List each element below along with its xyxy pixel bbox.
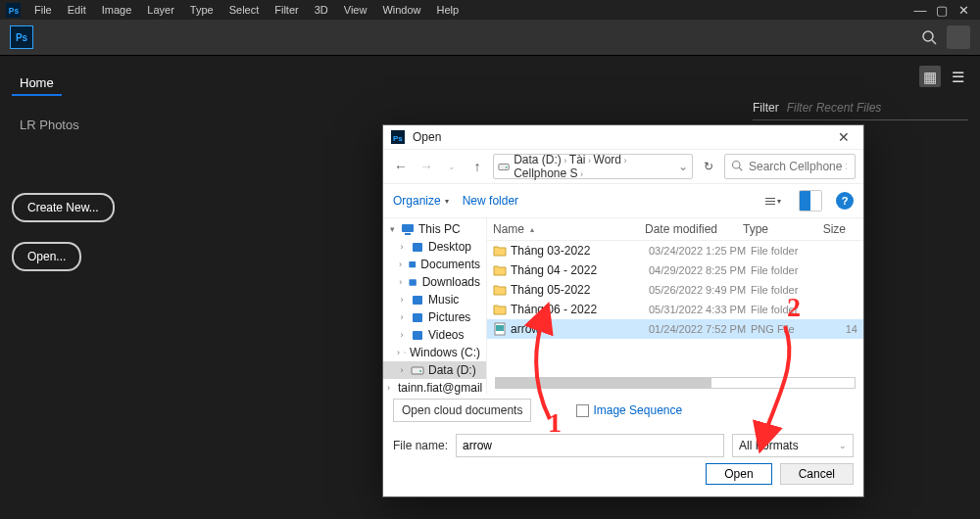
file-row[interactable]: Tháng 06 - 202205/31/2022 4:33 PMFile fo…	[487, 300, 863, 319]
chevron-right-icon: ›	[586, 156, 594, 165]
window-close-icon[interactable]: ✕	[953, 3, 974, 18]
file-type: File folder	[751, 245, 814, 257]
sidebar-lr-photos[interactable]: LR Photos	[12, 112, 174, 138]
tree-twisty-icon[interactable]: ›	[397, 312, 407, 322]
tree-item[interactable]: ›Desktop	[383, 238, 486, 256]
file-name-input[interactable]	[456, 434, 724, 457]
ps-home-icon[interactable]: Ps	[10, 25, 33, 49]
view-mode-menu[interactable]: ▾	[761, 190, 785, 212]
menu-view[interactable]: View	[336, 2, 375, 18]
file-row[interactable]: Tháng 05-202205/26/2022 9:49 PMFile fold…	[487, 280, 863, 300]
tree-twisty-icon[interactable]: ›	[387, 383, 390, 393]
file-row[interactable]: Tháng 04 - 202204/29/2022 8:25 PMFile fo…	[487, 260, 863, 280]
tree-twisty-icon[interactable]: ›	[397, 365, 407, 375]
view-grid-icon[interactable]: ▦	[919, 66, 941, 87]
menu-filter[interactable]: Filter	[267, 2, 306, 18]
file-type-filter[interactable]: All Formats⌄	[732, 434, 854, 457]
search-icon[interactable]	[917, 25, 941, 49]
organize-menu[interactable]: Organize▾	[393, 194, 449, 208]
view-list-icon[interactable]: ☰	[947, 66, 968, 87]
tree-twisty-icon[interactable]: ›	[397, 295, 407, 305]
search-icon	[731, 160, 743, 174]
tree-twisty-icon[interactable]: ›	[397, 348, 400, 357]
tree-twisty-icon[interactable]: ›	[397, 330, 407, 340]
open-cloud-documents-button[interactable]: Open cloud documents	[393, 399, 531, 422]
refresh-icon[interactable]: ↻	[699, 160, 718, 173]
dialog-search-input[interactable]	[747, 159, 849, 174]
sidebar-home[interactable]: Home	[12, 70, 62, 96]
help-icon[interactable]: ?	[836, 192, 854, 210]
pic-icon	[411, 310, 424, 324]
tree-twisty-icon[interactable]: ›	[397, 277, 404, 287]
filter-recent-input[interactable]	[787, 99, 968, 117]
file-list-header[interactable]: Name ▴ Date modified Type Size	[487, 218, 863, 241]
window-minimize-icon[interactable]: —	[909, 3, 931, 18]
tree-item[interactable]: ›Pictures	[383, 308, 486, 326]
tree-twisty-icon[interactable]: ›	[397, 242, 407, 252]
create-new-button[interactable]: Create New...	[12, 193, 115, 222]
tree-item-label: Documents	[420, 258, 480, 271]
preview-pane-toggle[interactable]	[799, 190, 822, 212]
filter-label: Filter	[753, 101, 779, 115]
nav-back-icon[interactable]: ←	[391, 159, 411, 174]
crumb-2[interactable]: Word	[594, 153, 621, 166]
menu-help[interactable]: Help	[429, 2, 467, 18]
dialog-close-icon[interactable]: ✕	[832, 129, 856, 145]
svg-point-21	[419, 370, 421, 372]
col-type[interactable]: Type	[743, 222, 807, 236]
tree-item-label: Desktop	[428, 240, 471, 254]
open-button[interactable]: Open...	[12, 242, 81, 271]
tree-item[interactable]: ›Downloads	[383, 273, 486, 291]
image-sequence-option[interactable]: Image Sequence	[576, 403, 682, 417]
file-row[interactable]: arrow01/24/2022 7:52 PMPNG File14	[487, 319, 863, 339]
file-row[interactable]: Tháng 03-202203/24/2022 1:25 PMFile fold…	[487, 241, 863, 260]
col-date[interactable]: Date modified	[645, 222, 743, 236]
nav-forward-icon[interactable]: →	[416, 159, 436, 174]
tree-twisty-icon[interactable]: ›	[397, 260, 404, 269]
svg-rect-16	[413, 313, 422, 322]
dialog-cancel-button[interactable]: Cancel	[780, 463, 854, 485]
file-list: Tháng 03-202203/24/2022 1:25 PMFile fold…	[487, 241, 863, 373]
svg-rect-6	[499, 164, 509, 169]
window-restore-icon[interactable]: ▢	[931, 3, 953, 18]
tree-item-label: Videos	[428, 328, 464, 342]
tree-item[interactable]: ▾This PC	[383, 220, 486, 238]
menu-window[interactable]: Window	[374, 2, 428, 18]
menu-type[interactable]: Type	[182, 2, 221, 18]
new-folder-button[interactable]: New folder	[463, 194, 518, 208]
menu-select[interactable]: Select	[221, 2, 268, 18]
folder-icon	[493, 263, 507, 277]
tree-item[interactable]: ›Videos	[383, 326, 486, 344]
folder-icon	[493, 244, 507, 258]
svg-rect-14	[410, 279, 416, 286]
horizontal-scrollbar[interactable]	[495, 377, 856, 389]
crumb-1[interactable]: Tài	[569, 153, 586, 166]
folder-icon	[493, 303, 507, 316]
crumb-0[interactable]: Data (D:)	[514, 153, 562, 166]
dialog-open-button[interactable]: Open	[706, 463, 771, 485]
col-name[interactable]: Name	[493, 222, 524, 236]
nav-up-icon[interactable]: ↑	[467, 159, 487, 174]
nav-recent-icon[interactable]: ⌄	[442, 162, 462, 171]
menu-3d[interactable]: 3D	[307, 2, 336, 18]
col-size[interactable]: Size	[807, 222, 846, 236]
address-bar[interactable]: Data (D:) › Tài › Word › Cellphone S › ⌄	[493, 154, 693, 179]
tree-item[interactable]: ›Documents	[383, 256, 486, 273]
menu-file[interactable]: File	[26, 2, 60, 18]
menu-edit[interactable]: Edit	[60, 2, 94, 18]
address-chevron-icon[interactable]: ⌄	[678, 160, 688, 173]
dialog-titlebar[interactable]: Ps Open ✕	[383, 125, 863, 150]
tree-twisty-icon[interactable]: ▾	[387, 224, 397, 234]
tree-item[interactable]: ›Music	[383, 291, 486, 308]
tree-item[interactable]: ›tainn.fiat@gmail	[383, 379, 486, 395]
menu-layer[interactable]: Layer	[139, 2, 182, 18]
svg-text:Ps: Ps	[393, 134, 403, 143]
tree-item-label: Data (D:)	[428, 363, 476, 377]
crumb-3[interactable]: Cellphone S	[514, 166, 577, 180]
tree-item[interactable]: ›Data (D:)	[383, 361, 486, 379]
dialog-nav: ← → ⌄ ↑ Data (D:) › Tài › Word › Cellpho…	[383, 150, 863, 183]
tree-item[interactable]: ›Windows (C:)	[383, 344, 486, 361]
menu-image[interactable]: Image	[94, 2, 140, 18]
user-avatar[interactable]	[947, 25, 970, 49]
checkbox-icon[interactable]	[576, 404, 589, 417]
